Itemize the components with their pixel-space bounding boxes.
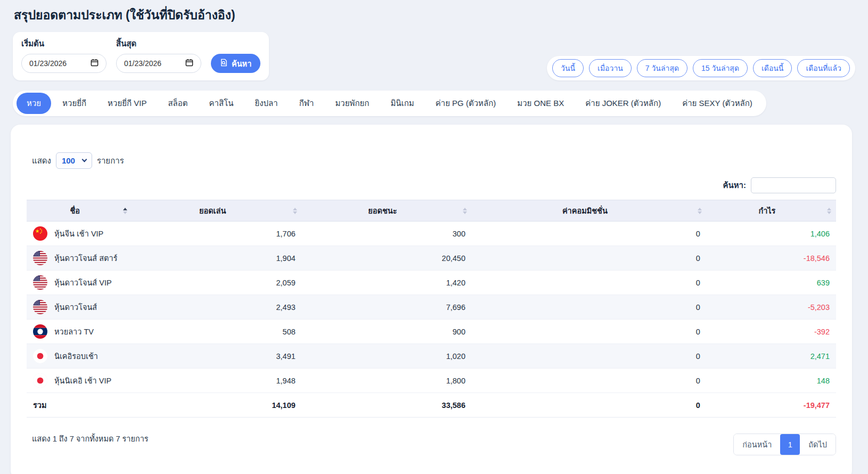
total-row: รวม 14,109 33,586 0 -19,477 [27,393,836,418]
quick-range-button[interactable]: เดือนที่แล้ว [797,59,850,77]
tab-item-4[interactable]: คาสิโน [199,93,244,114]
page-length-select[interactable]: 100 [56,152,92,169]
column-header-3[interactable]: ค่าคอมมิชชั่น [472,200,707,222]
calendar-icon [91,59,99,68]
commission-cell: 0 [472,246,707,271]
column-header-1[interactable]: ยอดเล่น [132,200,302,222]
sort-icon [293,208,297,214]
column-header-label: ค่าคอมมิชชั่น [562,207,608,215]
show-label: แสดง [32,154,51,167]
play-cell: 1,904 [132,246,302,271]
column-header-4[interactable]: กำไร [707,200,836,222]
tab-item-9[interactable]: ค่าย PG (ตัวหลัก) [425,93,506,114]
play-cell: 2,493 [132,295,302,320]
start-date-label: เริ่มต้น [21,37,107,50]
quick-range-button[interactable]: เดือนนี้ [753,59,792,77]
column-header-label: ยอดเล่น [199,207,226,215]
sort-icon [463,208,467,214]
start-date-field: เริ่มต้น 01/23/2026 [21,37,107,73]
pagination-previous-button[interactable]: ก่อนหน้า [734,434,780,455]
search-button[interactable]: ค้นหา [211,54,260,73]
market-name: หุ้นจีน เช้า VIP [54,227,103,240]
end-date-input[interactable]: 01/23/2026 [116,54,201,73]
pagination-next-button[interactable]: ถัดไป [800,434,836,455]
table-row: หุ้นดาวโจนส์2,4937,6960-5,203 [27,295,836,320]
commission-cell: 0 [472,320,707,344]
win-cell: 1,020 [302,344,472,369]
column-header-0[interactable]: ชื่อ [27,200,132,222]
name-cell: หุ้นจีน เช้า VIP [27,222,132,246]
quick-range-button[interactable]: วันนี้ [552,59,584,77]
profit-cell: 1,406 [707,222,836,246]
end-date-value: 01/23/2026 [124,59,161,68]
name-cell: หวยลาว TV [27,320,132,344]
column-header-label: ชื่อ [70,207,80,215]
win-cell: 1,800 [302,369,472,393]
column-header-label: ยอดชนะ [368,207,397,215]
total-win: 33,586 [302,393,472,418]
market-name: หุ้นนิเคอิ เช้า VIP [54,374,111,387]
page-length-wrap: 100 [56,152,92,169]
play-cell: 2,059 [132,271,302,295]
tab-item-1[interactable]: หวยยี่กี [52,93,96,114]
pagination: ก่อนหน้า 1 ถัดไป [733,434,836,455]
commission-cell: 0 [472,344,707,369]
total-label: รวม [27,393,132,418]
table-search-row: ค้นหา: [27,177,836,193]
name-cell: หุ้นดาวโจนส์ VIP [27,271,132,295]
tab-item-12[interactable]: ค่าย SEXY (ตัวหลัก) [672,93,763,114]
column-header-2[interactable]: ยอดชนะ [302,200,472,222]
table-row: นิเคอิรอบเช้า3,4911,02002,471 [27,344,836,369]
tab-item-2[interactable]: หวยยี่กี VIP [97,93,157,114]
quick-range-button[interactable]: 7 วันล่าสุด [637,59,687,77]
filter-row: เริ่มต้น 01/23/2026 สิ้นสุด 01/23/2026 [13,32,855,80]
tab-item-11[interactable]: ค่าย JOKER (ตัวหลัก) [575,93,671,114]
tab-item-0[interactable]: หวย [17,93,51,114]
name-cell: หุ้นดาวโจนส์ [27,295,132,320]
market-name: หวยลาว TV [54,325,94,338]
total-commission: 0 [472,393,707,418]
start-date-input[interactable]: 01/23/2026 [21,54,107,73]
search-button-label: ค้นหา [232,58,251,70]
play-cell: 1,706 [132,222,302,246]
profit-cell: -392 [707,320,836,344]
sort-icon [827,208,831,214]
profit-cell: 639 [707,271,836,295]
sort-icon [123,208,127,214]
usa-flag-icon [33,300,47,314]
column-header-label: กำไร [758,207,775,215]
win-cell: 20,450 [302,246,472,271]
market-name: หุ้นดาวโจนส์ VIP [54,276,112,289]
table-info: แสดง 1 ถึง 7 จากทั้งหมด 7 รายการ [32,429,149,445]
japan-flag-icon [33,373,47,388]
quick-range-button[interactable]: เมื่อวาน [589,59,632,77]
win-cell: 7,696 [302,295,472,320]
tab-item-3[interactable]: สล็อต [158,93,198,114]
tab-item-7[interactable]: มวยพักยก [325,93,379,114]
table-search-input[interactable] [751,177,836,193]
category-tabbar: หวยหวยยี่กีหวยยี่กี VIPสล็อตคาสิโนยิงปลา… [13,91,766,116]
summary-card: แสดง 100 รายการ ค้นหา: ชื่อยอดเล่นยอดชนะ… [11,125,852,474]
laos-flag-icon [33,324,47,339]
tab-item-6[interactable]: กีฬา [289,93,324,114]
table-footer: แสดง 1 ถึง 7 จากทั้งหมด 7 รายการ ก่อนหน้… [27,429,836,455]
japan-flag-icon [33,349,47,363]
play-cell: 1,948 [132,369,302,393]
tab-item-10[interactable]: มวย ONE BX [507,93,574,114]
usa-flag-icon [33,275,47,290]
calendar-icon [185,59,193,68]
market-name: นิเคอิรอบเช้า [54,350,98,362]
quick-range-button[interactable]: 15 วันล่าสุด [693,59,748,77]
market-name: หุ้นดาวโจนส์ สตาร์ [54,252,117,264]
win-cell: 900 [302,320,472,344]
page-title: สรุปยอดตามประเภท (ใช้วันที่ปิดรับอ้างอิง… [14,5,868,24]
total-play: 14,109 [132,393,302,418]
pagination-page-1-button[interactable]: 1 [780,434,800,455]
commission-cell: 0 [472,271,707,295]
end-date-label: สิ้นสุด [116,37,201,50]
table-header-row: ชื่อยอดเล่นยอดชนะค่าคอมมิชชั่นกำไร [27,200,836,222]
tab-item-8[interactable]: มินิเกม [380,93,424,114]
tab-item-5[interactable]: ยิงปลา [244,93,288,114]
name-cell: หุ้นนิเคอิ เช้า VIP [27,369,132,393]
summary-table: ชื่อยอดเล่นยอดชนะค่าคอมมิชชั่นกำไร หุ้นจ… [27,200,836,418]
